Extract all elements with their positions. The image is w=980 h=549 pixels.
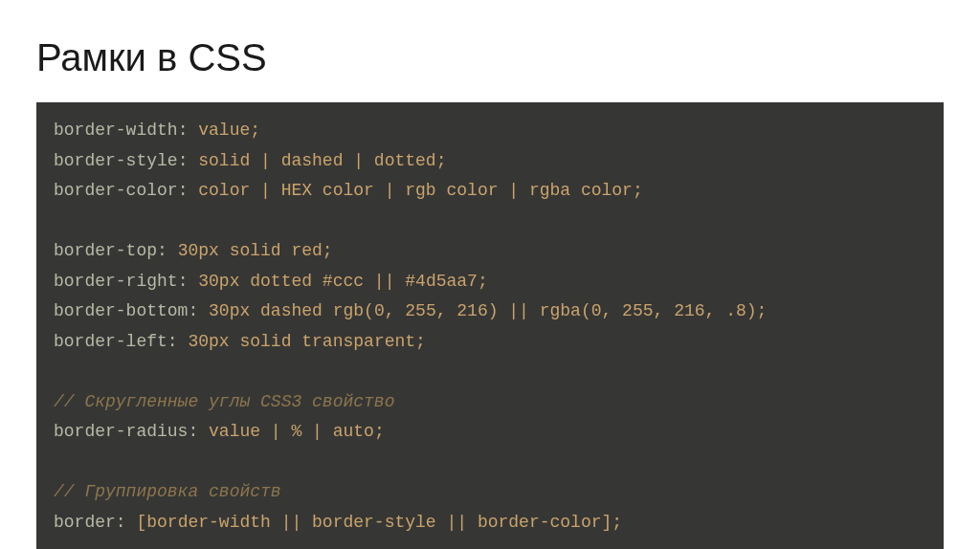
code-block: border-width: value; border-style: solid… (36, 102, 944, 549)
code-comment: // Группировка свойств (54, 477, 926, 508)
css-property: border-bottom (54, 301, 188, 320)
css-property: border-left (54, 332, 167, 351)
blank-line (54, 207, 926, 237)
css-value: px dotted #ccc || #4d5aa7; (219, 272, 488, 291)
css-value: value; (198, 121, 260, 140)
css-colon: : (178, 151, 199, 170)
code-line: border-radius: value | % | auto; (54, 417, 926, 448)
blank-line (54, 448, 926, 478)
css-colon: : (157, 241, 178, 260)
css-value: px solid transparent; (209, 332, 426, 351)
css-value: px solid red; (198, 241, 332, 260)
css-colon: : (167, 332, 189, 351)
css-colon: : (178, 121, 199, 140)
slide-title: Рамки в CSS (36, 36, 944, 79)
css-property: border-right (54, 272, 178, 291)
css-value: value | % | auto; (209, 422, 385, 441)
code-line: border-right: 30px dotted #ccc || #4d5aa… (54, 267, 926, 297)
css-colon: : (116, 513, 137, 532)
css-value: color | HEX color | rgb color | rgba col… (198, 181, 642, 200)
css-colon: : (178, 272, 199, 291)
css-value: [border-width || border-style || border-… (136, 513, 622, 532)
css-property: border-width (54, 121, 178, 140)
code-line: border: [border-width || border-style ||… (54, 508, 926, 538)
code-line: border-width: value; (54, 116, 926, 146)
css-property: border-style (54, 151, 178, 170)
css-number: 30 (198, 272, 219, 291)
css-number: 30 (209, 301, 230, 320)
css-value: px dashed rgb(0, 255, 216) || rgba(0, 25… (230, 301, 768, 320)
code-line: border-top: 30px solid red; (54, 236, 926, 267)
code-line: border-color: color | HEX color | rgb co… (54, 176, 926, 207)
code-comment: // Скругленные углы CSS3 свойство (54, 387, 926, 418)
css-value: solid | dashed | dotted; (198, 151, 446, 170)
css-colon: : (188, 422, 209, 441)
css-number: 30 (188, 332, 209, 351)
css-property: border-color (54, 181, 178, 200)
css-colon: : (178, 181, 199, 200)
blank-line (54, 357, 926, 387)
code-line: border-left: 30px solid transparent; (54, 327, 926, 358)
css-property: border-top (54, 241, 157, 260)
css-number: 30 (178, 241, 199, 260)
css-property: border-radius (54, 422, 188, 441)
css-property: border (54, 513, 116, 532)
code-line: border-style: solid | dashed | dotted; (54, 146, 926, 177)
slide-container: Рамки в CSS border-width: value; border-… (0, 0, 980, 549)
css-colon: : (188, 301, 209, 320)
code-line: border-bottom: 30px dashed rgb(0, 255, 2… (54, 296, 926, 327)
